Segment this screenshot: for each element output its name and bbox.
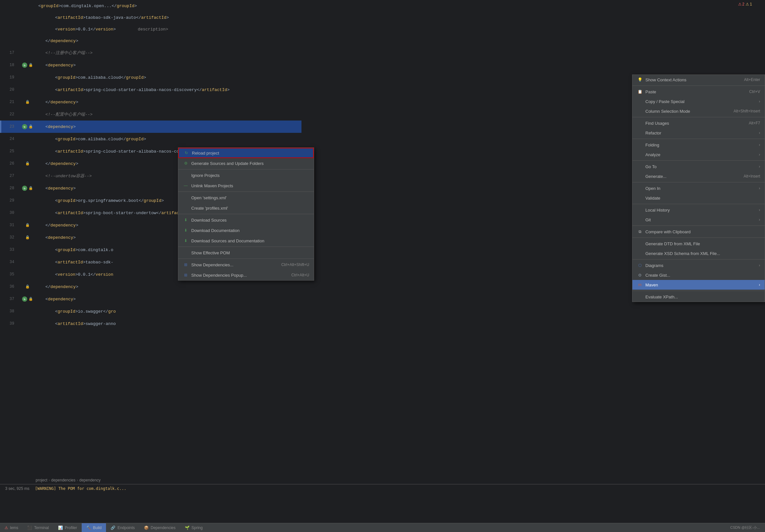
status-tab-profiler[interactable]: 📊 Profiler (54, 523, 82, 532)
menu-item-maven[interactable]: m Maven › (632, 280, 765, 289)
menu-item-show-context-actions[interactable]: 💡 Show Context Actions Alt+Enter (632, 75, 765, 85)
line-gutter-36: 🔒 (19, 284, 36, 289)
menu-shortcut-find-usages: Alt+F7 (749, 121, 760, 125)
gutter-lock-21: 🔒 (25, 100, 30, 104)
maven-item-ignore-projects[interactable]: Ignore Projects (178, 170, 314, 181)
maven-item-download-sources[interactable]: ⬇ Download Sources (178, 215, 314, 225)
line-num-27: 27 (0, 174, 19, 178)
maven-item-download-docs[interactable]: ⬇ Download Documentation (178, 225, 314, 236)
maven-item-show-effective-pom[interactable]: Show Effective POM (178, 248, 314, 258)
menu-item-git[interactable]: Git › (632, 215, 765, 225)
menu-item-go-to[interactable]: Go To › (632, 162, 765, 172)
line-num-19: 19 (0, 75, 19, 80)
download-sources-icon: ⬇ (183, 217, 189, 223)
code-line-39: 39 <artifactId>swagger-anno (0, 317, 302, 330)
menu-label-generate-dtd: Generate DTD from XML File (645, 242, 700, 246)
sep-4 (632, 160, 765, 161)
sep-10 (632, 290, 765, 291)
csdn-badge: CSDN @社区-小... (730, 525, 765, 530)
menu-item-validate[interactable]: Validate (632, 193, 765, 203)
menu-item-folding[interactable]: Folding › (632, 140, 765, 150)
line-code-20: <artifactId>spring-cloud-starter-alibaba… (36, 88, 302, 92)
status-tab-dependencies[interactable]: 📦 Dependencies (139, 523, 180, 532)
menu-label-column-selection: Column Selection Mode (645, 109, 690, 114)
code-line-20: 20 <artifactId>spring-cloud-starter-alib… (0, 84, 302, 96)
menu-item-create-gist[interactable]: ⊙ Create Gist... (632, 270, 765, 280)
menu-label-git: Git (645, 218, 651, 222)
gutter-icon-18: ↻ (22, 63, 27, 68)
line-num-18: 18 (0, 63, 19, 67)
xpath-icon (637, 294, 643, 300)
analyze-icon (637, 152, 643, 158)
maven-item-reload-project[interactable]: ↻ Reload project (178, 148, 314, 158)
sep-2 (632, 117, 765, 117)
menu-label-create-gist: Create Gist... (645, 273, 670, 278)
line-num-20: 20 (0, 88, 19, 92)
status-tab-spring[interactable]: 🌱 Spring (180, 523, 208, 532)
status-tab-problems[interactable]: ⚠ lems (0, 523, 23, 532)
editor-area: ⚠ 2 ⚠ 1 <groupId>com.dingtalk.open...</g… (0, 0, 765, 532)
line-gutter-28: ↻ 🔒 (19, 186, 36, 191)
code-line-17: 17 <!--注册中心客户端--> (0, 47, 302, 59)
line-code-18: <dependency> (36, 63, 302, 68)
line-num-23: 23 (0, 124, 19, 129)
status-tab-terminal[interactable]: ⬛ Terminal (23, 523, 53, 532)
sep-5 (632, 182, 765, 183)
menu-item-diagrams[interactable]: ⬡ Diagrams › (632, 261, 765, 270)
menu-item-evaluate-xpath[interactable]: Evaluate XPath... (632, 292, 765, 301)
menu-item-open-in[interactable]: Open In › (632, 183, 765, 193)
menu-item-copy-paste-special[interactable]: Copy / Paste Special › (632, 97, 765, 106)
line-gutter-18: ↻ 🔒 (19, 63, 36, 68)
menu-item-compare-clipboard[interactable]: ⧉ Compare with Clipboard (632, 227, 765, 237)
menu-item-generate-dtd[interactable]: Generate DTD from XML File (632, 239, 765, 249)
unlink-icon: — (183, 183, 189, 189)
menu-item-column-selection[interactable]: Column Selection Mode Alt+Shift+Insert (632, 106, 765, 116)
arrow-copy-paste: › (759, 99, 760, 104)
error-count: ⚠ 2 (738, 2, 745, 6)
menu-label-show-context-actions: Show Context Actions (645, 77, 686, 82)
menu-item-generate-xsd[interactable]: Generate XSD Schema from XML File... (632, 249, 765, 258)
maven-item-open-settings-xml[interactable]: Open 'settings.xml' (178, 193, 314, 203)
warning-count: ⚠ 1 (746, 2, 752, 6)
gutter-lock-23: 🔒 (29, 124, 33, 129)
line-code-38: <groupId>io.swagger</gro (36, 309, 302, 314)
maven-item-unlink[interactable]: — Unlink Maven Projects (178, 181, 314, 191)
sep-6 (632, 204, 765, 204)
context-menu-right: 💡 Show Context Actions Alt+Enter 📋 Paste… (632, 75, 765, 302)
status-tab-build[interactable]: 🔨 Build (82, 523, 106, 532)
gutter-lock-18: 🔒 (29, 63, 33, 67)
menu-item-local-history[interactable]: Local History › (632, 205, 765, 215)
menu-item-refactor[interactable]: Refactor › (632, 128, 765, 138)
validate-icon (637, 195, 643, 201)
ignore-icon (183, 172, 189, 178)
maven-item-generate-sources[interactable]: ⚙ Generate Sources and Update Folders (178, 158, 314, 169)
maven-item-show-dependencies[interactable]: ⊞ Show Dependencies... Ctrl+Alt+Shift+U (178, 260, 314, 270)
maven-sep-3 (178, 214, 314, 214)
status-tab-endpoints[interactable]: 🔗 Endpoints (106, 523, 139, 532)
sep-8 (632, 238, 765, 238)
line-num-29: 29 (0, 198, 19, 203)
line-num-25: 25 (0, 149, 19, 154)
line-gutter-23: ↻ 🔒 (19, 124, 36, 129)
maven-item-show-dep-popup[interactable]: ⊞ Show Dependencies Popup... Ctrl+Alt+U (178, 270, 314, 280)
menu-item-paste[interactable]: 📋 Paste Ctrl+V (632, 87, 765, 97)
line-num-31: 31 (0, 223, 19, 228)
menu-item-find-usages[interactable]: Find Usages Alt+F7 (632, 118, 765, 128)
maven-item-create-profiles-xml[interactable]: Create 'profiles.xml' (178, 203, 314, 213)
line-num-34: 34 (0, 260, 19, 265)
line-code-21: </dependency> (36, 100, 302, 105)
maven-label-download-sources: Download Sources (191, 218, 227, 223)
settings-xml-icon (183, 195, 189, 201)
menu-item-generate[interactable]: Generate... Alt+Insert (632, 172, 765, 181)
line-code-22: <!--配置中心客户端--> (36, 112, 302, 117)
menu-item-analyze[interactable]: Analyze › (632, 150, 765, 160)
endpoints-icon: 🔗 (111, 526, 115, 530)
menu-label-analyze: Analyze (645, 152, 660, 157)
maven-label-download-docs: Download Documentation (191, 228, 240, 233)
breadcrumb-sep-1: › (49, 478, 50, 482)
line-num-26: 26 (0, 161, 19, 166)
maven-item-download-both[interactable]: ⬇ Download Sources and Documentation (178, 236, 314, 246)
diagrams-icon: ⬡ (637, 263, 643, 268)
maven-sep-1 (178, 169, 314, 170)
line-num-38: 38 (0, 309, 19, 313)
